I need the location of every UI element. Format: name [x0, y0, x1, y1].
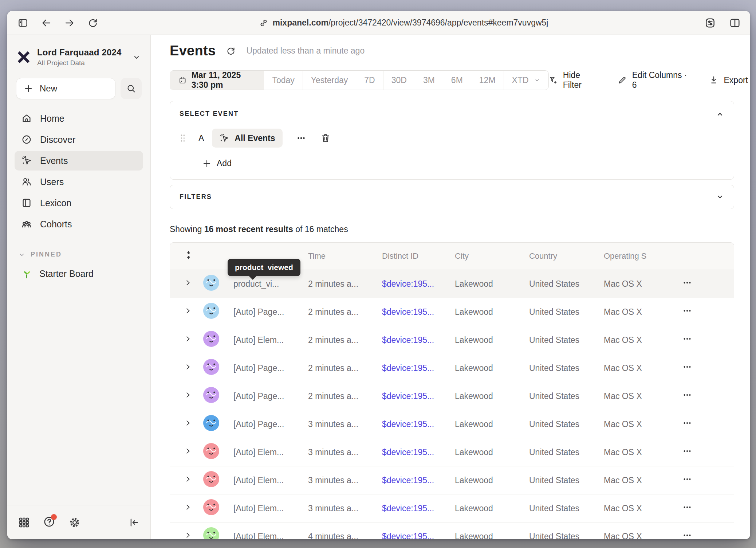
column-header-distinct-id[interactable]: Distinct ID — [382, 251, 455, 261]
table-row[interactable]: [Auto] Elem... 3 minutes a... $device:19… — [170, 494, 734, 522]
collapse-sidebar-icon[interactable] — [129, 517, 139, 528]
sidebar-item-lexicon[interactable]: Lexicon — [15, 193, 143, 213]
table-row[interactable]: [Auto] Page... 2 minutes a... $device:19… — [170, 382, 734, 410]
collapse-rows-icon[interactable] — [184, 250, 193, 260]
collapse-section-chevron-up-icon[interactable] — [716, 110, 724, 119]
column-header-time[interactable]: Time — [308, 251, 382, 261]
workspace-switcher[interactable]: Lord Farquaad 2024 All Project Data — [7, 35, 150, 67]
table-row[interactable]: [Auto] Page... 2 minutes a... $device:19… — [170, 354, 734, 382]
row-menu-button[interactable] — [682, 418, 693, 428]
browser-sidebar-toggle-button[interactable] — [17, 17, 29, 29]
event-selector-chip[interactable]: All Events — [212, 129, 282, 148]
range-12m[interactable]: 12M — [471, 71, 504, 90]
distinct-id-link[interactable]: $device:195... — [382, 419, 434, 429]
range-yesterday[interactable]: Yesterday — [303, 71, 356, 90]
row-expand-chevron-icon[interactable] — [184, 279, 192, 287]
refresh-icon[interactable] — [226, 46, 236, 56]
browser-forward-button[interactable] — [63, 17, 76, 29]
row-menu-button[interactable] — [682, 361, 693, 372]
row-expand-chevron-icon[interactable] — [184, 363, 192, 371]
range-xtd[interactable]: XTD — [504, 71, 548, 90]
event-name-cell: [Auto] Elem... — [233, 447, 308, 457]
help-button[interactable] — [43, 516, 55, 529]
range-today[interactable]: Today — [264, 71, 302, 90]
range-3m[interactable]: 3M — [415, 71, 443, 90]
edit-columns-button[interactable]: Edit Columns · 6 — [618, 70, 688, 90]
event-more-button[interactable] — [296, 133, 307, 144]
address-bar[interactable]: mixpanel.com/project/3472420/view/397469… — [110, 18, 697, 28]
add-event-button[interactable]: Add — [202, 158, 724, 168]
pinned-section-header[interactable]: PINNED — [7, 234, 150, 258]
row-menu-button[interactable] — [682, 277, 693, 288]
table-row[interactable]: [Auto] Page... 2 minutes a... $device:19… — [170, 298, 734, 326]
row-expand-chevron-icon[interactable] — [184, 307, 192, 315]
range-7d[interactable]: 7D — [356, 71, 383, 90]
distinct-id-link[interactable]: $device:195... — [382, 279, 434, 289]
row-expand-chevron-icon[interactable] — [184, 503, 192, 511]
sidebar-item-starter-board[interactable]: Starter Board — [15, 264, 143, 283]
row-expand-chevron-icon[interactable] — [184, 531, 192, 539]
distinct-id-link[interactable]: $device:195... — [382, 475, 434, 485]
updated-status: Updated less than a minute ago — [246, 46, 365, 56]
range-label: 7D — [364, 75, 375, 85]
sidebar-item-events[interactable]: Events — [15, 151, 143, 171]
settings-gear-icon[interactable] — [68, 516, 81, 529]
browser-reload-button[interactable] — [87, 17, 99, 29]
split-view-icon[interactable] — [729, 17, 741, 29]
edit-columns-label: Edit Columns · 6 — [632, 70, 688, 90]
table-row[interactable]: [Auto] Elem... 2 minutes a... $device:19… — [170, 326, 734, 354]
expand-section-chevron-down-icon[interactable] — [716, 192, 724, 201]
distinct-id-link[interactable]: $device:195... — [382, 335, 434, 345]
row-menu-button[interactable] — [682, 530, 693, 539]
row-menu-button[interactable] — [682, 390, 693, 400]
users-icon — [21, 176, 32, 187]
table-row[interactable]: [Auto] Elem... 3 minutes a... $device:19… — [170, 466, 734, 494]
row-menu-button[interactable] — [682, 305, 693, 316]
table-row[interactable]: [Auto] Elem... 3 minutes a... $device:19… — [170, 438, 734, 466]
page-title: Events — [170, 43, 216, 59]
table-row[interactable]: [Auto] Elem... 4 minutes a... $device:19… — [170, 522, 734, 539]
drag-handle-icon[interactable] — [180, 133, 186, 143]
distinct-id-link[interactable]: $device:195... — [382, 504, 434, 513]
row-menu-button[interactable] — [682, 502, 693, 513]
row-menu-button[interactable] — [682, 446, 693, 457]
range-30d[interactable]: 30D — [383, 71, 415, 90]
new-button[interactable]: New — [16, 78, 115, 99]
row-expand-chevron-icon[interactable] — [184, 475, 192, 483]
distinct-id-link[interactable]: $device:195... — [382, 447, 434, 457]
page-settings-icon[interactable] — [704, 17, 716, 29]
sidebar-item-users[interactable]: Users — [15, 172, 143, 192]
mixpanel-logo — [16, 50, 31, 65]
sidebar-nav: Home Discover Events — [7, 109, 150, 234]
table-row[interactable]: [Auto] Page... 3 minutes a... $device:19… — [170, 410, 734, 438]
sidebar-item-home[interactable]: Home — [15, 109, 143, 128]
delete-event-trash-icon[interactable] — [320, 133, 331, 143]
row-expand-chevron-icon[interactable] — [184, 391, 192, 399]
column-header-city[interactable]: City — [455, 251, 529, 261]
range-6m[interactable]: 6M — [443, 71, 471, 90]
row-expand-chevron-icon[interactable] — [184, 335, 192, 343]
notification-dot — [51, 514, 57, 520]
sidebar-item-cohorts[interactable]: Cohorts — [15, 214, 143, 234]
distinct-id-link[interactable]: $device:195... — [382, 363, 434, 373]
date-picker-segment[interactable]: Mar 11, 2025 3:30 pm — [170, 71, 264, 90]
browser-back-button[interactable] — [40, 17, 52, 29]
sidebar-item-discover[interactable]: Discover — [15, 130, 143, 149]
export-button[interactable]: Export — [709, 75, 748, 85]
column-header-os[interactable]: Operating S — [604, 251, 673, 261]
row-menu-button[interactable] — [682, 333, 693, 344]
search-button[interactable] — [121, 78, 142, 99]
hide-filter-button[interactable]: Hide Filter — [549, 70, 598, 90]
row-expand-chevron-icon[interactable] — [184, 447, 192, 455]
apps-grid-icon[interactable] — [18, 517, 30, 528]
workspace-subtitle: All Project Data — [37, 59, 126, 67]
distinct-id-link[interactable]: $device:195... — [382, 307, 434, 317]
distinct-id-link[interactable]: $device:195... — [382, 532, 434, 540]
time-cell: 3 minutes a... — [308, 504, 382, 513]
city-cell: Lakewood — [455, 279, 529, 289]
row-menu-button[interactable] — [682, 474, 693, 485]
row-expand-chevron-icon[interactable] — [184, 419, 192, 427]
column-header-country[interactable]: Country — [529, 251, 604, 261]
distinct-id-link[interactable]: $device:195... — [382, 391, 434, 401]
search-icon — [126, 83, 136, 94]
